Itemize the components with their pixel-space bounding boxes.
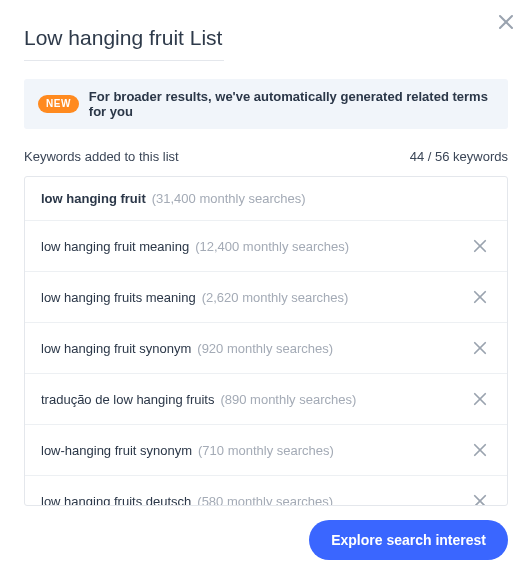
- keyword-row: low hanging fruits deutsch(580 monthly s…: [25, 476, 507, 505]
- keyword-meta: (31,400 monthly searches): [152, 191, 306, 206]
- remove-keyword-button[interactable]: [469, 490, 491, 505]
- keyword-meta: (2,620 monthly searches): [202, 290, 349, 305]
- counts-label: Keywords added to this list: [24, 149, 179, 164]
- close-button[interactable]: [492, 8, 520, 36]
- info-banner: NEW For broader results, we've automatic…: [24, 79, 508, 129]
- keyword-row: low hanging fruit(31,400 monthly searche…: [25, 177, 507, 221]
- keyword-meta: (12,400 monthly searches): [195, 239, 349, 254]
- remove-icon: [473, 341, 487, 355]
- keyword-label: low hanging fruit synonym(920 monthly se…: [41, 341, 333, 356]
- explore-button[interactable]: Explore search interest: [309, 520, 508, 560]
- new-badge: NEW: [38, 95, 79, 113]
- keyword-row: low hanging fruits meaning(2,620 monthly…: [25, 272, 507, 323]
- keyword-term: tradução de low hanging fruits: [41, 392, 214, 407]
- keyword-list: low hanging fruit(31,400 monthly searche…: [24, 176, 508, 506]
- remove-icon: [473, 443, 487, 457]
- keyword-meta: (890 monthly searches): [220, 392, 356, 407]
- remove-keyword-button[interactable]: [469, 439, 491, 461]
- keyword-label: low hanging fruits deutsch(580 monthly s…: [41, 494, 333, 506]
- keyword-term: low-hanging fruit synonym: [41, 443, 192, 458]
- keyword-term: low hanging fruits deutsch: [41, 494, 191, 506]
- close-icon: [498, 14, 514, 30]
- keyword-label: low hanging fruit meaning(12,400 monthly…: [41, 239, 349, 254]
- counts-value: 44 / 56 keywords: [410, 149, 508, 164]
- counts-row: Keywords added to this list 44 / 56 keyw…: [24, 149, 508, 164]
- remove-icon: [473, 239, 487, 253]
- remove-icon: [473, 392, 487, 406]
- remove-keyword-button[interactable]: [469, 286, 491, 308]
- keyword-list-scroll[interactable]: low hanging fruit(31,400 monthly searche…: [25, 177, 507, 505]
- keyword-label: low-hanging fruit synonym(710 monthly se…: [41, 443, 334, 458]
- remove-keyword-button[interactable]: [469, 235, 491, 257]
- modal-title: Low hanging fruit List: [24, 20, 224, 61]
- keyword-row: tradução de low hanging fruits(890 month…: [25, 374, 507, 425]
- keyword-row: low-hanging fruit synonym(710 monthly se…: [25, 425, 507, 476]
- keyword-row: low hanging fruit synonym(920 monthly se…: [25, 323, 507, 374]
- keyword-label: low hanging fruit(31,400 monthly searche…: [41, 191, 306, 206]
- keyword-term: low hanging fruit: [41, 191, 146, 206]
- keyword-term: low hanging fruits meaning: [41, 290, 196, 305]
- banner-text: For broader results, we've automatically…: [89, 89, 494, 119]
- keyword-meta: (580 monthly searches): [197, 494, 333, 506]
- keyword-list-modal: Low hanging fruit List NEW For broader r…: [0, 0, 532, 562]
- modal-footer: Explore search interest: [24, 506, 508, 562]
- remove-keyword-button[interactable]: [469, 337, 491, 359]
- remove-keyword-button[interactable]: [469, 388, 491, 410]
- keyword-term: low hanging fruit synonym: [41, 341, 191, 356]
- remove-icon: [473, 494, 487, 505]
- keyword-term: low hanging fruit meaning: [41, 239, 189, 254]
- keyword-label: low hanging fruits meaning(2,620 monthly…: [41, 290, 348, 305]
- keyword-label: tradução de low hanging fruits(890 month…: [41, 392, 356, 407]
- keyword-row: low hanging fruit meaning(12,400 monthly…: [25, 221, 507, 272]
- keyword-meta: (920 monthly searches): [197, 341, 333, 356]
- keyword-meta: (710 monthly searches): [198, 443, 334, 458]
- remove-icon: [473, 290, 487, 304]
